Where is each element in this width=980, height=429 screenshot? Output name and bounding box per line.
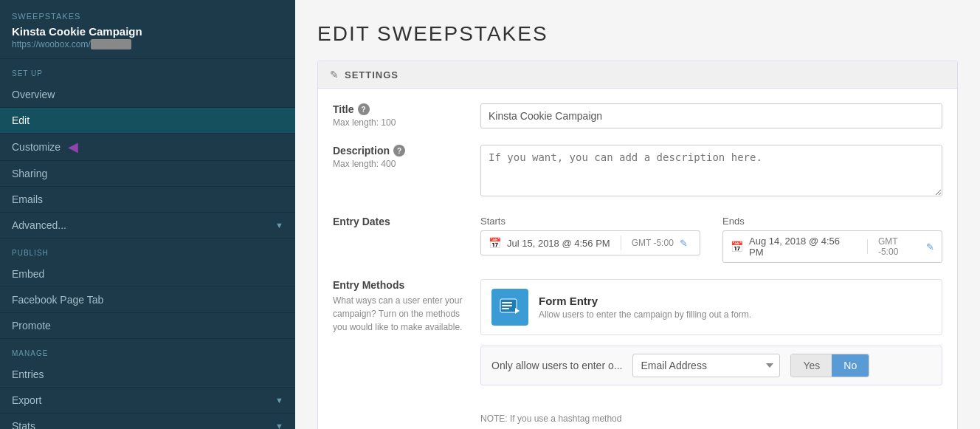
main-content: Edit Sweepstakes ✎ Settings Title ? Max … (295, 0, 980, 429)
form-entry-text: Form Entry Allow users to enter the camp… (539, 295, 751, 320)
entry-dates-row: Entry Dates Starts 📅 Jul 15, 2018 @ 4:56… (333, 216, 942, 263)
sidebar-item-edit[interactable]: Edit (0, 108, 295, 134)
form-entry-desc: Allow users to enter the campaign by fil… (539, 309, 751, 320)
sidebar-item-customize[interactable]: Customize ◀ (0, 134, 295, 161)
starts-group: Starts 📅 Jul 15, 2018 @ 4:56 PM GMT -5:0… (480, 216, 700, 263)
entry-methods-sublabel: What ways can a user enter your campaign… (333, 294, 466, 334)
ends-calendar-icon: 📅 (731, 241, 743, 253)
sidebar-item-promote[interactable]: Promote (0, 313, 295, 339)
svg-rect-3 (502, 308, 509, 309)
description-label-col: Description ? Max length: 400 (333, 145, 466, 169)
entry-methods-row: Entry Methods What ways can a user enter… (333, 279, 942, 397)
sidebar-item-embed[interactable]: Embed (0, 261, 295, 287)
title-input[interactable] (480, 103, 942, 128)
manage-section-label: MANAGE (0, 339, 295, 362)
setup-section-label: SET UP (0, 59, 295, 82)
sidebar-item-overview[interactable]: Overview (0, 82, 295, 108)
publish-section-label: PUBLISH (0, 238, 295, 261)
sidebar-item-stats[interactable]: Stats ▼ (0, 413, 295, 429)
form-entry-card: Form Entry Allow users to enter the camp… (480, 279, 942, 335)
dates-label-col: Entry Dates (333, 216, 466, 227)
ends-edit-icon[interactable]: ✎ (926, 241, 934, 253)
starts-date-wrap: 📅 Jul 15, 2018 @ 4:56 PM GMT -5:00 ✎ (480, 230, 700, 255)
entry-note: NOTE: If you use a hashtag method (333, 413, 942, 424)
entries-label: Entries (12, 368, 44, 380)
yes-button[interactable]: Yes (791, 354, 832, 377)
form-entry-icon (491, 289, 528, 326)
title-label: Title ? (333, 103, 466, 115)
stats-label: Stats (12, 420, 35, 429)
svg-marker-4 (515, 308, 520, 314)
facebook-page-tab-label: Facebook Page Tab (12, 294, 103, 306)
sweepstakes-label: SWEEPSTAKES (12, 12, 283, 21)
no-button[interactable]: No (832, 354, 869, 377)
ends-label: Ends (722, 216, 942, 227)
only-allow-select[interactable]: Email Address (632, 354, 780, 377)
ends-group: Ends 📅 Aug 14, 2018 @ 4:56 PM GMT -5:00 … (722, 216, 942, 263)
sidebar-item-facebook-page-tab[interactable]: Facebook Page Tab (0, 287, 295, 313)
page-title: Edit Sweepstakes (317, 22, 958, 46)
customize-label: Customize (12, 141, 61, 153)
entry-methods-label: Entry Methods (333, 279, 466, 291)
embed-label: Embed (12, 268, 44, 280)
sidebar-brand: SWEEPSTAKES Kinsta Cookie Campaign https… (0, 0, 295, 59)
description-row: Description ? Max length: 400 (333, 145, 942, 199)
sidebar-item-sharing[interactable]: Sharing (0, 161, 295, 187)
settings-body: Title ? Max length: 100 Description ? Ma… (318, 89, 957, 429)
entry-methods-label-col: Entry Methods What ways can a user enter… (333, 279, 466, 334)
starts-edit-icon[interactable]: ✎ (680, 238, 688, 249)
yes-no-group: Yes No (790, 354, 869, 377)
starts-date-value: Jul 15, 2018 @ 4:56 PM (507, 238, 610, 249)
ends-divider (867, 239, 868, 254)
stats-chevron-icon: ▼ (275, 422, 283, 429)
description-max-label: Max length: 400 (333, 159, 466, 169)
title-field-col (480, 103, 942, 128)
entry-methods-field-col: Form Entry Allow users to enter the camp… (480, 279, 942, 397)
title-max-label: Max length: 100 (333, 117, 466, 128)
svg-rect-2 (502, 305, 512, 306)
form-entry-title: Form Entry (539, 295, 751, 307)
starts-calendar-icon: 📅 (489, 237, 501, 249)
title-row: Title ? Max length: 100 (333, 103, 942, 128)
settings-header: ✎ Settings (318, 61, 957, 89)
settings-header-label: Settings (345, 69, 398, 80)
emails-label: Emails (12, 193, 43, 205)
advanced-chevron-icon: ▼ (275, 221, 283, 230)
campaign-url-blurred: ██████ (91, 39, 131, 49)
overview-label: Overview (12, 89, 55, 100)
description-field-col (480, 145, 942, 199)
svg-rect-1 (502, 302, 512, 303)
description-help-icon[interactable]: ? (393, 145, 405, 157)
settings-card: ✎ Settings Title ? Max length: 100 (317, 61, 958, 429)
title-help-icon[interactable]: ? (358, 103, 370, 115)
dates-fields-col: Starts 📅 Jul 15, 2018 @ 4:56 PM GMT -5:0… (480, 216, 942, 263)
only-allow-row: Only allow users to enter o... Email Add… (480, 346, 942, 385)
form-entry-svg (499, 296, 521, 318)
title-label-col: Title ? Max length: 100 (333, 103, 466, 128)
ends-date-wrap: 📅 Aug 14, 2018 @ 4:56 PM GMT -5:00 ✎ (722, 230, 942, 263)
sidebar-item-entries[interactable]: Entries (0, 362, 295, 388)
description-label: Description ? (333, 145, 466, 157)
advanced-label: Advanced... (12, 219, 66, 231)
ends-date-value: Aug 14, 2018 @ 4:56 PM (749, 236, 857, 258)
starts-divider (621, 236, 621, 250)
campaign-url: https://woobox.com/██████ (12, 39, 283, 49)
starts-label: Starts (480, 216, 700, 227)
campaign-name: Kinsta Cookie Campaign (12, 25, 283, 38)
campaign-url-prefix: https://woobox.com/ (12, 39, 91, 49)
export-label: Export (12, 394, 41, 406)
starts-tz: GMT -5:00 (632, 238, 674, 248)
sidebar: SWEEPSTAKES Kinsta Cookie Campaign https… (0, 0, 295, 429)
sidebar-item-emails[interactable]: Emails (0, 187, 295, 213)
description-textarea[interactable] (480, 145, 942, 196)
entry-dates-label: Entry Dates (333, 216, 466, 227)
sidebar-item-export[interactable]: Export ▼ (0, 388, 295, 413)
sidebar-item-advanced[interactable]: Advanced... ▼ (0, 213, 295, 238)
customize-arrow-icon: ◀ (68, 140, 78, 154)
promote-label: Promote (12, 320, 51, 332)
export-chevron-icon: ▼ (275, 396, 283, 405)
edit-label: Edit (12, 114, 30, 126)
settings-edit-icon: ✎ (330, 69, 339, 80)
only-allow-label: Only allow users to enter o... (491, 360, 622, 371)
ends-tz: GMT -5:00 (878, 236, 920, 257)
